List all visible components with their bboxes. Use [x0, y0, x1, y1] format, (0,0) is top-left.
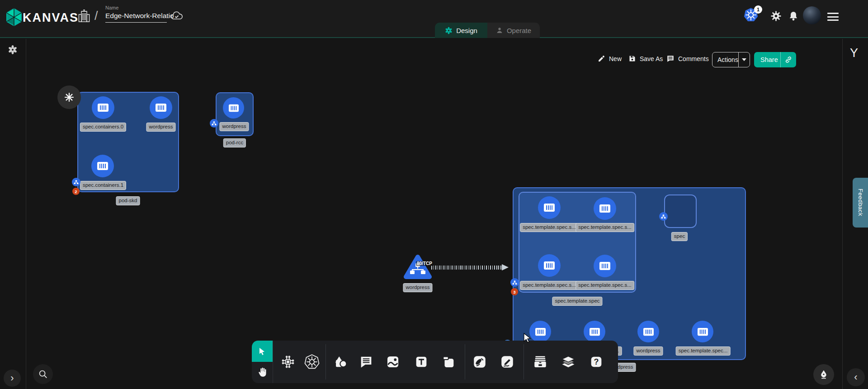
app-header: KANVAS / Name Edge-Network-Relatio	[0, 0, 868, 38]
save-as-button[interactable]: Save As	[628, 55, 663, 62]
mouse-cursor	[522, 332, 533, 343]
edge-arrowhead	[502, 264, 509, 270]
tab-operate[interactable]: Operate	[487, 23, 540, 38]
drawer-tool[interactable]	[531, 353, 549, 371]
error-count-badge[interactable]: 3	[511, 288, 518, 295]
error-count-badge[interactable]: 2	[72, 188, 80, 195]
canvas[interactable]: spec.containers.0 wordpress spec.contain…	[26, 39, 868, 389]
bell-icon[interactable]	[788, 10, 799, 22]
pan-tool[interactable]	[253, 363, 271, 381]
node-label: wordpress	[633, 346, 663, 356]
node-label: spec.containers.1	[80, 181, 126, 190]
comment-icon	[359, 355, 373, 369]
container-node[interactable]	[584, 321, 605, 342]
integrations-tool[interactable]	[279, 353, 297, 371]
group-action-snowflake-button[interactable]	[57, 85, 81, 109]
link-icon[interactable]	[784, 56, 793, 64]
expand-left-panel-button[interactable]: ›	[4, 370, 21, 387]
container-node[interactable]	[594, 255, 616, 277]
node-label: spec.template.spec...	[676, 346, 731, 356]
node-label: spec.template.spec.s...	[576, 281, 634, 290]
collapse-right-panel-button[interactable]: ‹	[847, 368, 865, 386]
group-spec-template-spec[interactable]	[519, 192, 636, 293]
circuit-icon	[280, 354, 296, 370]
select-tool[interactable]	[252, 341, 273, 362]
menu-icon[interactable]	[827, 13, 839, 23]
cloud-check-icon	[170, 11, 183, 21]
edge-line[interactable]	[431, 266, 503, 270]
question-icon: ?	[589, 355, 604, 369]
actions-button[interactable]: Actions	[712, 52, 750, 67]
container-icon	[642, 327, 655, 337]
share-divider	[780, 52, 781, 67]
text-icon	[414, 355, 429, 369]
mode-tabs: Design Operate	[435, 23, 540, 38]
container-node[interactable]	[637, 321, 659, 342]
pencil-tool[interactable]	[498, 353, 516, 371]
canvas-toolbar: ?	[252, 341, 618, 383]
container-node[interactable]	[538, 196, 561, 219]
chevron-down-icon[interactable]	[742, 58, 746, 61]
pen-tool[interactable]	[471, 353, 489, 371]
container-node[interactable]	[92, 96, 114, 119]
new-button[interactable]: New	[598, 55, 622, 62]
container-icon	[96, 161, 109, 171]
kubernetes-tool[interactable]	[303, 353, 321, 371]
comments-button[interactable]: Comments	[666, 55, 709, 63]
design-name-label: Name	[105, 5, 118, 10]
group-label: pod-skd	[116, 196, 140, 205]
node-label: spec	[671, 232, 688, 241]
tab-design[interactable]: Design	[435, 23, 487, 38]
validator-y-icon[interactable]: Y	[850, 46, 858, 60]
spec-node[interactable]	[664, 194, 697, 228]
container-node[interactable]	[91, 155, 114, 177]
edge-port-label: 80/TCP	[416, 261, 433, 266]
service-node[interactable]	[403, 253, 432, 281]
note-tool[interactable]	[439, 353, 458, 371]
shapes-tool[interactable]	[331, 353, 349, 371]
node-label: spec.template.spec.s...	[520, 223, 579, 232]
container-icon	[697, 327, 709, 337]
building-icon[interactable]	[78, 9, 90, 23]
container-icon	[543, 260, 556, 271]
node-label: wordpress	[146, 123, 175, 132]
group-label: pod-rcc	[223, 138, 246, 147]
image-tool[interactable]	[384, 353, 402, 371]
container-node[interactable]	[223, 97, 244, 119]
design-name-input[interactable]: Edge-Network-Relatio	[105, 12, 167, 23]
container-icon	[534, 327, 547, 337]
pen-mode-button[interactable]	[813, 364, 834, 385]
shapes-icon	[333, 354, 348, 370]
floppy-icon	[628, 55, 636, 62]
service-label: wordpress	[403, 283, 432, 292]
layers-icon	[560, 354, 576, 370]
layers-tool[interactable]	[559, 353, 577, 371]
history-pinwheel-icon[interactable]	[8, 45, 18, 55]
kubernetes-badge: 1	[754, 5, 762, 14]
avatar[interactable]	[803, 6, 821, 24]
text-tool[interactable]	[412, 353, 430, 371]
pencil-draw-icon	[500, 354, 515, 370]
gear-icon[interactable]	[770, 10, 782, 22]
relationship-badge-icon[interactable]	[210, 119, 218, 128]
container-node[interactable]	[538, 254, 561, 277]
operate-person-icon	[496, 27, 503, 34]
cursor-icon	[258, 347, 267, 356]
share-button[interactable]: Share	[754, 52, 796, 67]
feedback-tab[interactable]: Feedback	[853, 178, 868, 228]
breadcrumb-separator: /	[94, 9, 98, 23]
zoom-search-button[interactable]	[33, 364, 53, 384]
help-tool[interactable]: ?	[587, 353, 605, 371]
container-icon	[589, 327, 601, 337]
relationship-badge-icon[interactable]	[72, 178, 80, 186]
container-node[interactable]	[150, 96, 172, 119]
design-pinwheel-icon	[445, 27, 453, 34]
container-node[interactable]	[594, 197, 616, 220]
container-node[interactable]	[692, 321, 713, 342]
comment-tool[interactable]	[357, 353, 375, 371]
group-label: spec.template.spec	[552, 297, 602, 306]
comments-icon	[666, 55, 675, 63]
relationship-badge-icon[interactable]	[510, 278, 519, 287]
hand-icon	[256, 366, 268, 378]
relationship-badge-icon[interactable]	[659, 212, 668, 221]
